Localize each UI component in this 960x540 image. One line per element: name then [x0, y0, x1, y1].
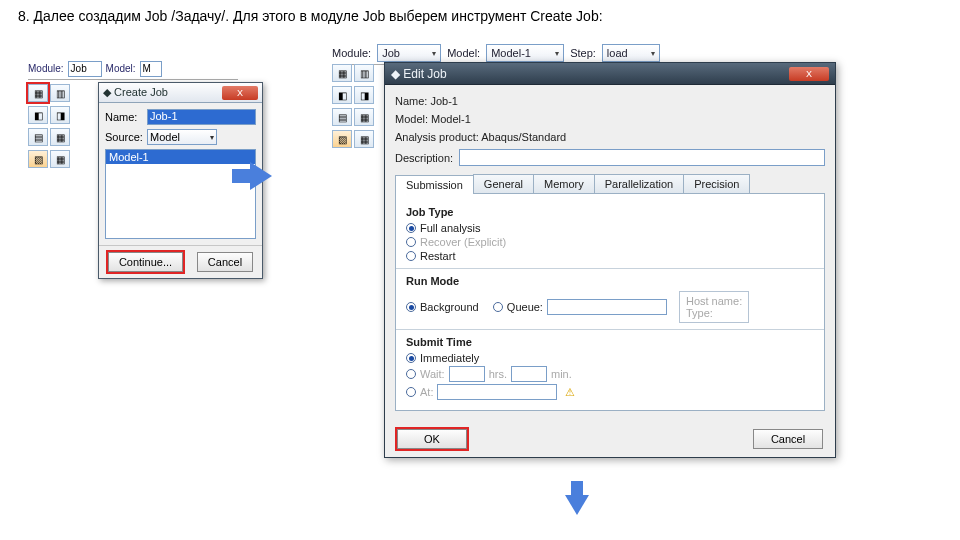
- wait-min-input: [511, 366, 547, 382]
- dialog-titlebar: ◆ Create Job X: [99, 83, 262, 103]
- module-combo[interactable]: Job: [68, 61, 102, 77]
- at-input: [437, 384, 557, 400]
- radio-full-analysis[interactable]: [406, 223, 416, 233]
- tab-parallelization[interactable]: Parallelization: [594, 174, 684, 193]
- radio-label: Full analysis: [420, 222, 481, 234]
- tool-icon[interactable]: ▥: [354, 64, 374, 82]
- tool-palette-left: ▦ ▥ ◧ ◨ ▤ ▦ ▧ ▦: [28, 84, 72, 172]
- source-combo[interactable]: Model: [147, 129, 217, 145]
- dialog-titlebar: ◆ Edit Job X: [385, 63, 835, 85]
- description-input[interactable]: [459, 149, 825, 166]
- tool-icon[interactable]: ▥: [50, 84, 70, 102]
- tool-icon[interactable]: ▤: [28, 128, 48, 146]
- source-label: Source:: [105, 131, 143, 143]
- model-combo[interactable]: M: [140, 61, 162, 77]
- tab-content: Job Type Full analysis Recover (Explicit…: [395, 194, 825, 411]
- radio-label: Recover (Explicit): [420, 236, 506, 248]
- tab-strip: Submission General Memory Parallelizatio…: [395, 174, 825, 194]
- min-label: min.: [551, 368, 572, 380]
- model-label: Model:: [447, 47, 480, 59]
- ok-button[interactable]: OK: [397, 429, 467, 449]
- close-button[interactable]: X: [789, 67, 829, 81]
- analysis-row: Analysis product: Abaqus/Standard: [395, 131, 825, 143]
- step-combo[interactable]: load: [602, 44, 660, 62]
- radio-label: Background: [420, 301, 479, 313]
- dialog-title: ◆ Create Job: [103, 86, 168, 99]
- warning-icon: ⚠: [565, 386, 575, 399]
- runmode-title: Run Mode: [406, 275, 814, 287]
- model-label: Model:: [106, 63, 136, 74]
- module-label: Module:: [332, 47, 371, 59]
- continue-button[interactable]: Continue...: [108, 252, 183, 272]
- tool-icon[interactable]: ▦: [332, 64, 352, 82]
- module-combo[interactable]: Job: [377, 44, 441, 62]
- tab-submission[interactable]: Submission: [395, 175, 474, 194]
- radio-recover: [406, 237, 416, 247]
- left-panel: Module: Job Model: M ▦ ▥ ◧ ◨ ▤ ▦ ▧ ▦ ◆ C…: [28, 60, 238, 84]
- radio-label: Queue:: [507, 301, 543, 313]
- name-label: Name:: [105, 111, 143, 123]
- name-row: Name: Job-1: [395, 95, 825, 107]
- radio-at: [406, 387, 416, 397]
- model-combo[interactable]: Model-1: [486, 44, 564, 62]
- radio-label: Restart: [420, 250, 455, 262]
- radio-immediately[interactable]: [406, 353, 416, 363]
- submittime-title: Submit Time: [406, 336, 814, 348]
- dialog-title: ◆ Edit Job: [391, 67, 447, 81]
- tool-icon[interactable]: ▧: [28, 150, 48, 168]
- tool-icon[interactable]: ▦: [354, 130, 374, 148]
- radio-restart[interactable]: [406, 251, 416, 261]
- tool-icon[interactable]: ▤: [332, 108, 352, 126]
- tool-icon[interactable]: ◨: [50, 106, 70, 124]
- tool-palette-right: ▦▥ ◧◨ ▤▦ ▧▦: [332, 64, 376, 152]
- radio-wait: [406, 369, 416, 379]
- tab-general[interactable]: General: [473, 174, 534, 193]
- radio-label: Immediately: [420, 352, 479, 364]
- edit-job-dialog: ◆ Edit Job X Name: Job-1 Model: Model-1 …: [384, 62, 836, 458]
- model-row: Model: Model-1: [395, 113, 825, 125]
- list-item[interactable]: Model-1: [106, 150, 255, 164]
- tab-precision[interactable]: Precision: [683, 174, 750, 193]
- cancel-button[interactable]: Cancel: [197, 252, 253, 272]
- create-job-icon[interactable]: ▦: [28, 84, 48, 102]
- radio-label: Wait:: [420, 368, 445, 380]
- tool-icon[interactable]: ▦: [354, 108, 374, 126]
- instruction-text: 8. Далее создадим Job /Задачу/. Для этог…: [18, 8, 603, 24]
- module-label: Module:: [28, 63, 64, 74]
- cancel-button[interactable]: Cancel: [753, 429, 823, 449]
- description-label: Description:: [395, 152, 453, 164]
- tool-icon[interactable]: ◨: [354, 86, 374, 104]
- tool-icon[interactable]: ▧: [332, 130, 352, 148]
- host-info: Host name:Type:: [679, 291, 749, 323]
- hrs-label: hrs.: [489, 368, 507, 380]
- name-input[interactable]: Job-1: [147, 109, 256, 125]
- wait-hrs-input: [449, 366, 485, 382]
- queue-input[interactable]: [547, 299, 667, 315]
- radio-queue[interactable]: [493, 302, 503, 312]
- arrow-down-icon: [565, 495, 589, 515]
- jobtype-title: Job Type: [406, 206, 814, 218]
- close-button[interactable]: X: [222, 86, 258, 100]
- tab-memory[interactable]: Memory: [533, 174, 595, 193]
- tool-icon[interactable]: ◧: [28, 106, 48, 124]
- toolbar-left: Module: Job Model: M: [28, 60, 238, 80]
- source-listbox[interactable]: Model-1: [105, 149, 256, 239]
- right-panel: Module: Job Model: Model-1 Step: load ▦▥…: [332, 42, 836, 65]
- tool-icon[interactable]: ◧: [332, 86, 352, 104]
- tool-icon[interactable]: ▦: [50, 150, 70, 168]
- step-label: Step:: [570, 47, 596, 59]
- radio-label: At:: [420, 386, 433, 398]
- tool-icon[interactable]: ▦: [50, 128, 70, 146]
- radio-background[interactable]: [406, 302, 416, 312]
- arrow-right-icon: [250, 162, 272, 190]
